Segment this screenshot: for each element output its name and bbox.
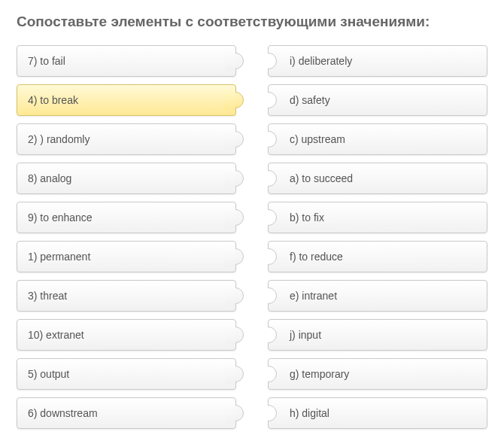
right-piece-label: f) to reduce xyxy=(290,251,343,263)
right-piece-label: a) to succeed xyxy=(290,172,353,184)
right-piece[interactable]: i) deliberately xyxy=(268,45,487,77)
left-piece-label: 6) downstream xyxy=(28,407,98,419)
right-piece-label: j) input xyxy=(290,329,321,341)
page-title: Сопоставьте элементы с соответствующими … xyxy=(17,14,487,30)
right-piece-label: c) upstream xyxy=(290,133,345,145)
left-piece-label: 3) threat xyxy=(28,290,67,302)
right-piece[interactable]: g) temporary xyxy=(268,358,487,390)
right-piece-label: g) temporary xyxy=(290,368,349,380)
left-piece[interactable]: 10) extranet xyxy=(17,319,236,351)
right-piece[interactable]: j) input xyxy=(268,319,487,351)
right-column: i) deliberatelyd) safetyc) upstreama) to… xyxy=(268,45,487,429)
left-piece-label: 4) to break xyxy=(28,94,78,106)
right-piece[interactable]: b) to fix xyxy=(268,202,487,233)
right-piece[interactable]: e) intranet xyxy=(268,280,487,312)
left-piece[interactable]: 7) to fail xyxy=(17,45,236,77)
right-piece-label: b) to fix xyxy=(290,211,324,224)
right-piece-label: d) safety xyxy=(290,94,330,106)
left-piece[interactable]: 6) downstream xyxy=(17,397,236,429)
left-piece[interactable]: 3) threat xyxy=(17,280,236,312)
left-piece-label: 9) to enhance xyxy=(28,211,93,224)
left-piece[interactable]: 8) analog xyxy=(17,163,236,194)
left-piece[interactable]: 9) to enhance xyxy=(17,202,236,233)
right-piece-label: e) intranet xyxy=(290,290,337,302)
right-piece[interactable]: d) safety xyxy=(268,84,487,116)
right-piece[interactable]: h) digital xyxy=(268,397,487,429)
left-piece-label: 7) to fail xyxy=(28,55,65,67)
right-piece-label: h) digital xyxy=(290,407,329,419)
left-piece[interactable]: 4) to break xyxy=(17,84,236,116)
right-piece[interactable]: c) upstream xyxy=(268,123,487,155)
right-piece-label: i) deliberately xyxy=(290,55,352,67)
right-piece[interactable]: a) to succeed xyxy=(268,163,487,194)
left-piece[interactable]: 1) permanent xyxy=(17,241,236,272)
left-piece-label: 2) ) randomly xyxy=(28,133,90,145)
matching-container: 7) to fail4) to break2) ) randomly8) ana… xyxy=(17,45,487,429)
left-piece-label: 8) analog xyxy=(28,172,71,184)
left-piece[interactable]: 5) output xyxy=(17,358,236,390)
left-piece[interactable]: 2) ) randomly xyxy=(17,123,236,155)
left-piece-label: 1) permanent xyxy=(28,251,90,263)
left-piece-label: 5) output xyxy=(28,368,69,380)
left-column: 7) to fail4) to break2) ) randomly8) ana… xyxy=(17,45,236,429)
right-piece[interactable]: f) to reduce xyxy=(268,241,487,272)
left-piece-label: 10) extranet xyxy=(28,329,84,341)
